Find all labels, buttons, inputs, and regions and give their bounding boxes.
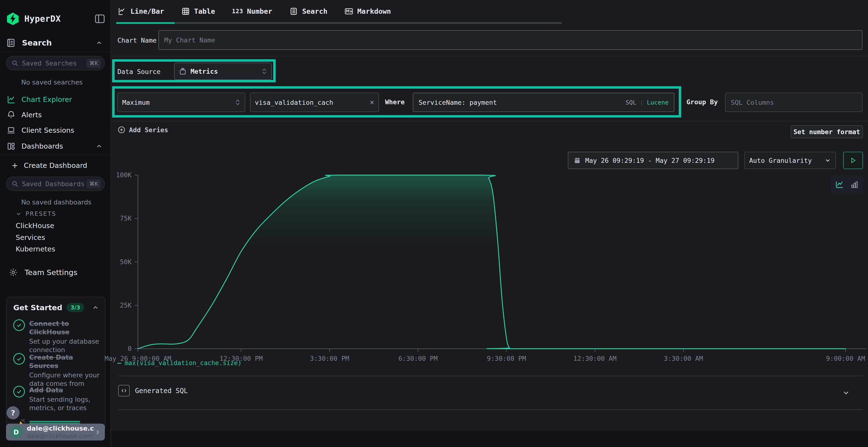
chevron-up-icon[interactable]	[95, 143, 103, 150]
saved-searches-placeholder: Saved Searches	[22, 60, 87, 67]
sidebar-item-chart-explorer[interactable]: Chart Explorer	[6, 93, 105, 106]
saved-dashboards-input[interactable]: Saved Dashboards ⌘K	[6, 176, 105, 191]
tab-search[interactable]: Search	[289, 7, 328, 16]
bottom-band	[112, 431, 868, 447]
checklist-item-subtitle: Configure where your data comes from	[29, 371, 100, 388]
calendar-icon	[574, 157, 581, 164]
divider	[112, 56, 868, 56]
check-circle-icon	[13, 386, 25, 398]
user-menu[interactable]: D dale@clickhouse.com dale@clickhouse.co…	[6, 424, 105, 441]
presets-header[interactable]: PRESETS	[16, 210, 56, 217]
help-button[interactable]: ?	[6, 406, 20, 419]
saved-searches-input[interactable]: Saved Searches ⌘K	[6, 56, 105, 70]
granularity-select[interactable]: Auto Granularity	[744, 152, 836, 169]
checklist-item-datasources[interactable]: Create Data Sources Configure where your…	[13, 353, 100, 388]
sidebar-section-search[interactable]: Search	[6, 36, 105, 49]
search-icon	[11, 180, 19, 187]
tab-label: Number	[247, 7, 272, 15]
chart-plot-area[interactable]: 025K50K75K100KMay 26 9:00:00 AM12:30:00 …	[112, 169, 868, 364]
chevron-down-icon	[16, 211, 22, 217]
checklist-item-title: Connect to ClickHouse	[29, 319, 100, 336]
lucene-mode-toggle[interactable]: Lucene	[647, 99, 669, 106]
sql-mode-toggle[interactable]: SQL	[625, 99, 636, 106]
chart-name-field[interactable]	[158, 30, 863, 50]
chart-legend[interactable]: — max(visa_validation_cache.size)	[117, 359, 242, 367]
check-circle-icon	[13, 319, 25, 331]
chevron-up-icon[interactable]	[92, 304, 99, 311]
close-icon[interactable]: ×	[370, 99, 374, 106]
chevron-down-icon[interactable]	[842, 389, 850, 397]
code-icon	[118, 385, 130, 397]
presets-label: PRESETS	[26, 210, 56, 217]
sidebar-item-label: Client Sessions	[22, 126, 74, 134]
aggregation-select[interactable]: Maximum	[117, 93, 245, 112]
get-started-header[interactable]: Get Started 3/3	[13, 303, 99, 312]
markdown-icon	[344, 7, 353, 16]
preset-clickhouse[interactable]: ClickHouse	[16, 221, 54, 230]
gear-icon	[8, 267, 18, 277]
checklist-item-title: Add Data	[29, 386, 100, 394]
checklist-item-connect[interactable]: Connect to ClickHouse Set up your databa…	[13, 319, 100, 354]
add-series-button[interactable]: Add Series	[117, 126, 168, 134]
sidebar-item-label: Alerts	[22, 111, 42, 119]
tab-line-bar[interactable]: Line/Bar	[117, 7, 164, 16]
chart-name-input[interactable]	[164, 36, 857, 44]
add-series-label: Add Series	[129, 126, 168, 134]
date-range-picker[interactable]	[568, 152, 738, 169]
run-query-button[interactable]	[843, 152, 863, 169]
date-range-input[interactable]	[585, 157, 733, 164]
team-settings-label: Team Settings	[25, 268, 78, 277]
search-section-label: Search	[22, 38, 52, 47]
set-number-format-button[interactable]: Set number format	[790, 125, 863, 138]
checklist-item-add-data[interactable]: Add Data Start sending logs, metrics, or…	[13, 386, 100, 412]
get-started-card: Get Started 3/3 Connect to ClickHouse Se…	[6, 297, 105, 431]
team-settings-item[interactable]: Team Settings	[8, 266, 105, 279]
sidebar-divider	[0, 154, 111, 155]
database-icon	[179, 67, 187, 75]
sidebar-item-alerts[interactable]: Alerts	[6, 108, 105, 122]
data-source-value: Metrics	[190, 68, 261, 75]
dashboards-icon	[6, 141, 16, 151]
user-subtext: dale@clickhouse.com's	[27, 433, 94, 440]
tab-markdown[interactable]: Markdown	[344, 7, 391, 16]
create-dashboard-button[interactable]: + Create Dashboard	[11, 159, 105, 172]
saved-searches-shortcut: ⌘K	[87, 59, 101, 68]
metric-field-tag[interactable]: visa_validation_cach ×	[250, 93, 379, 112]
where-field[interactable]: SQL | Lucene	[413, 93, 674, 112]
logo-row[interactable]: HyperDX	[6, 11, 105, 26]
legend-label: max(visa_validation_cache.size)	[125, 359, 242, 367]
tab-table[interactable]: Table	[181, 7, 215, 16]
svg-text:25K: 25K	[120, 302, 132, 309]
divider	[112, 121, 868, 122]
aggregation-value: Maximum	[122, 99, 235, 106]
chevron-up-icon[interactable]	[95, 39, 103, 46]
play-icon	[850, 157, 857, 164]
tab-label: Markdown	[357, 7, 391, 15]
svg-text:50K: 50K	[120, 258, 132, 266]
generated-sql-row[interactable]: Generated SQL	[112, 376, 863, 409]
app-title: HyperDX	[24, 14, 61, 24]
data-source-label: Data Source	[117, 68, 161, 75]
timeseries-chart[interactable]: 025K50K75K100KMay 26 9:00:00 AM12:30:00 …	[112, 169, 868, 364]
sidebar-collapse-icon[interactable]	[94, 13, 105, 25]
search-section-icon	[6, 38, 16, 48]
sidebar-item-dashboards[interactable]: Dashboards	[6, 140, 105, 153]
svg-text:6:30:00 PM: 6:30:00 PM	[398, 355, 438, 362]
svg-text:75K: 75K	[120, 215, 132, 222]
metric-tag-label: visa_validation_cach	[255, 99, 365, 106]
generated-sql-label: Generated SQL	[135, 387, 188, 395]
where-input[interactable]	[418, 99, 625, 106]
saved-dashboards-placeholder: Saved Dashboards	[22, 180, 87, 187]
hyperdx-logo-icon	[6, 12, 20, 26]
get-started-badge: 3/3	[66, 303, 84, 312]
chevron-down-icon	[824, 157, 831, 164]
laptop-icon	[6, 125, 16, 135]
preset-kubernetes[interactable]: Kubernetes	[16, 245, 55, 253]
data-source-select[interactable]: Metrics	[174, 63, 272, 80]
plus-icon: +	[11, 161, 18, 170]
group-by-field[interactable]	[725, 93, 863, 112]
group-by-input[interactable]	[731, 99, 857, 106]
preset-services[interactable]: Services	[16, 233, 45, 242]
tab-number[interactable]: 123 Number	[232, 7, 272, 15]
sidebar-item-client-sessions[interactable]: Client Sessions	[6, 124, 105, 137]
